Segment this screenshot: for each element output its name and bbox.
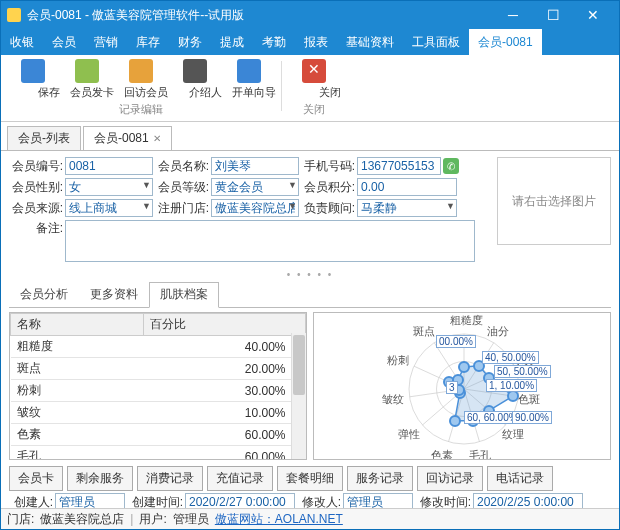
chart-tooltip: 90.00% bbox=[512, 411, 552, 424]
document-tab[interactable]: 会员-0081✕ bbox=[83, 126, 172, 150]
minimize-button[interactable]: ─ bbox=[493, 1, 533, 29]
photo-placeholder[interactable]: 请右击选择图片 bbox=[497, 157, 611, 245]
radar-axis-label: 弹性 bbox=[398, 427, 420, 442]
website-link[interactable]: 傲蓝网站：AOLAN.NET bbox=[215, 511, 343, 528]
menu-item[interactable]: 工具面板 bbox=[403, 29, 469, 55]
table-row[interactable]: 粗糙度40.00% bbox=[11, 336, 306, 358]
record-button[interactable]: 消费记录 bbox=[137, 466, 203, 491]
chart-tooltip: 3 bbox=[446, 381, 458, 394]
points-label: 会员积分: bbox=[301, 179, 355, 196]
ribbon-icon bbox=[237, 59, 261, 83]
ribbon-icon bbox=[129, 59, 153, 83]
ribbon: 保存会员发卡回访会员介绍人开单向导 记录编辑 ✕ 关闭 关闭 bbox=[1, 55, 619, 122]
sub-tabs: 会员分析更多资料肌肤档案 bbox=[9, 282, 611, 308]
menu-item[interactable]: 会员 bbox=[43, 29, 85, 55]
radar-axis-label: 油分 bbox=[487, 324, 509, 339]
scrollbar-thumb[interactable] bbox=[293, 335, 305, 395]
app-icon bbox=[7, 8, 21, 22]
skin-grid[interactable]: 名称 百分比 粗糙度40.00%斑点20.00%粉刺30.00%皱纹10.00%… bbox=[9, 312, 307, 460]
remark-field[interactable] bbox=[65, 220, 475, 262]
table-row[interactable]: 粉刺30.00% bbox=[11, 380, 306, 402]
radar-axis-label: 色素 bbox=[431, 448, 453, 460]
member-form: 会员编号: 会员名称: 手机号码: ✆ 会员性别: ▼ 会员等级: ▼ 会员积分… bbox=[1, 151, 619, 267]
member-no-label: 会员编号: bbox=[9, 158, 63, 175]
source-label: 会员来源: bbox=[9, 200, 63, 217]
sub-tab[interactable]: 更多资料 bbox=[79, 282, 149, 307]
ribbon-group-label: 关闭 bbox=[290, 102, 338, 117]
ribbon-button[interactable]: 介绍人 bbox=[171, 59, 219, 100]
titlebar: 会员-0081 - 傲蓝美容院管理软件--试用版 ─ ☐ ✕ bbox=[1, 1, 619, 29]
ribbon-close-button[interactable]: ✕ 关闭 bbox=[290, 59, 338, 100]
col-pct[interactable]: 百分比 bbox=[143, 314, 305, 336]
status-user: 管理员 bbox=[173, 511, 209, 528]
document-tabs: 会员-列表会员-0081✕ bbox=[1, 126, 619, 151]
record-button[interactable]: 充值记录 bbox=[207, 466, 273, 491]
member-no-field[interactable] bbox=[65, 157, 153, 175]
menu-item[interactable]: 报表 bbox=[295, 29, 337, 55]
splitter[interactable]: • • • • • bbox=[1, 269, 619, 280]
points-field[interactable] bbox=[357, 178, 457, 196]
menu-item[interactable]: 提成 bbox=[211, 29, 253, 55]
ribbon-button[interactable]: 回访会员 bbox=[117, 59, 165, 100]
menu-item[interactable]: 收银 bbox=[1, 29, 43, 55]
ribbon-icon bbox=[21, 59, 45, 83]
sub-tab[interactable]: 会员分析 bbox=[9, 282, 79, 307]
member-name-field[interactable] bbox=[211, 157, 299, 175]
record-button[interactable]: 套餐明细 bbox=[277, 466, 343, 491]
window-title: 会员-0081 - 傲蓝美容院管理软件--试用版 bbox=[27, 7, 493, 24]
radar-axis-label: 色斑 bbox=[518, 392, 540, 407]
source-select[interactable] bbox=[65, 199, 153, 217]
member-name-label: 会员名称: bbox=[155, 158, 209, 175]
record-button[interactable]: 会员卡 bbox=[9, 466, 63, 491]
ribbon-icon bbox=[75, 59, 99, 83]
phone-field[interactable] bbox=[357, 157, 441, 175]
app-window: 会员-0081 - 傲蓝美容院管理软件--试用版 ─ ☐ ✕ 收银会员营销库存财… bbox=[0, 0, 620, 530]
table-row[interactable]: 皱纹10.00% bbox=[11, 402, 306, 424]
bottom-buttons: 会员卡剩余服务消费记录充值记录套餐明细服务记录回访记录电话记录 bbox=[9, 466, 611, 491]
menu-item[interactable]: 考勤 bbox=[253, 29, 295, 55]
menu-item[interactable]: 基础资料 bbox=[337, 29, 403, 55]
advisor-label: 负责顾问: bbox=[301, 200, 355, 217]
record-button[interactable]: 电话记录 bbox=[487, 466, 553, 491]
gender-select[interactable] bbox=[65, 178, 153, 196]
chart-tooltip: 50, 50.00% bbox=[494, 365, 551, 378]
store-label: 注册门店: bbox=[155, 200, 209, 217]
record-button[interactable]: 服务记录 bbox=[347, 466, 413, 491]
ribbon-icon bbox=[183, 59, 207, 83]
sub-tab[interactable]: 肌肤档案 bbox=[149, 282, 219, 308]
record-button[interactable]: 回访记录 bbox=[417, 466, 483, 491]
chart-tooltip: 40, 50.00% bbox=[482, 351, 539, 364]
record-button[interactable]: 剩余服务 bbox=[67, 466, 133, 491]
table-row[interactable]: 色素60.00% bbox=[11, 424, 306, 446]
ribbon-button[interactable]: 会员发卡 bbox=[63, 59, 111, 100]
level-select[interactable] bbox=[211, 178, 299, 196]
menu-item[interactable]: 财务 bbox=[169, 29, 211, 55]
gender-label: 会员性别: bbox=[9, 179, 63, 196]
menu-item[interactable]: 营销 bbox=[85, 29, 127, 55]
maximize-button[interactable]: ☐ bbox=[533, 1, 573, 29]
document-tab[interactable]: 会员-列表 bbox=[7, 126, 81, 150]
close-icon: ✕ bbox=[302, 59, 326, 83]
advisor-select[interactable] bbox=[357, 199, 457, 217]
statusbar: 门店: 傲蓝美容院总店 | 用户: 管理员 傲蓝网站：AOLAN.NET bbox=[1, 508, 619, 529]
remark-label: 备注: bbox=[9, 220, 63, 237]
store-select[interactable] bbox=[211, 199, 299, 217]
phone-icon[interactable]: ✆ bbox=[443, 158, 459, 174]
radar-axis-label: 皱纹 bbox=[382, 392, 404, 407]
radar-axis-label: 毛孔 bbox=[469, 448, 491, 460]
radar-axis-label: 纹理 bbox=[502, 427, 524, 442]
table-row[interactable]: 毛孔60.00% bbox=[11, 446, 306, 461]
col-name[interactable]: 名称 bbox=[11, 314, 144, 336]
radar-point[interactable] bbox=[458, 361, 470, 373]
ribbon-button[interactable]: 开单向导 bbox=[225, 59, 273, 100]
menu-item[interactable]: 库存 bbox=[127, 29, 169, 55]
menubar: 收银会员营销库存财务提成考勤报表基础资料工具面板会员-0081 bbox=[1, 29, 619, 55]
close-button[interactable]: ✕ bbox=[573, 1, 613, 29]
table-row[interactable]: 斑点20.00% bbox=[11, 358, 306, 380]
radar-chart: 粗糙度油分水分色斑纹理毛孔色素弹性皱纹粉刺斑点40, 50.00%50, 50.… bbox=[313, 312, 611, 460]
ribbon-button[interactable]: 保存 bbox=[9, 59, 57, 100]
tab-close-icon[interactable]: ✕ bbox=[153, 133, 161, 144]
chart-tooltip: 1, 10.00% bbox=[486, 379, 537, 392]
menu-item[interactable]: 会员-0081 bbox=[469, 29, 542, 55]
radar-point[interactable] bbox=[449, 415, 461, 427]
